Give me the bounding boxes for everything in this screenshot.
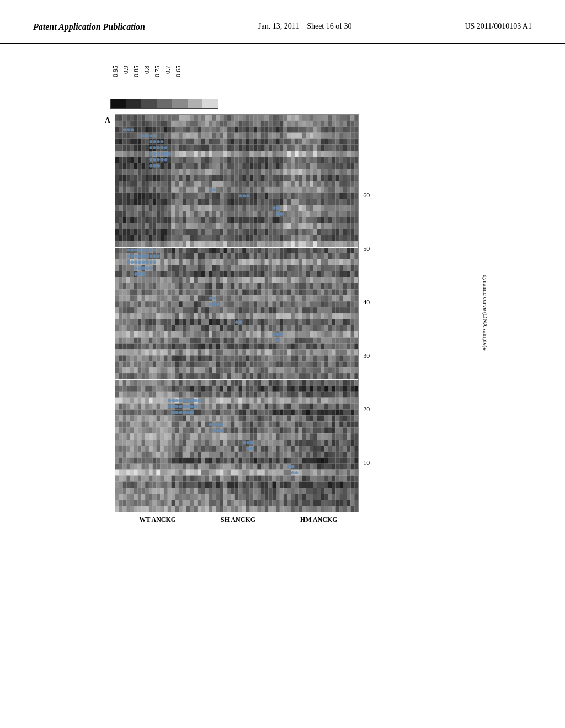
x-tick-20: 20 [363,405,370,414]
x-tick-50: 50 [363,245,370,253]
patent-number: US 2011/0010103 A1 [465,22,532,31]
x-tick-40: 40 [363,298,370,307]
legend-value-07: 0.7 [163,66,172,93]
header-date: Jan. 13, 2011 [258,22,299,30]
legend-value-08: 0.8 [142,66,151,93]
header-date-sheet: Jan. 13, 2011 Sheet 16 of 30 [258,22,351,31]
a-label: A [105,116,110,125]
legend-value-065: 0.65 [173,66,183,93]
group-label-sh: SH ANCKG [221,516,255,524]
x-tick-10: 10 [363,459,370,467]
x-axis-label: dynamic curve (DNA sample)# [482,202,489,423]
main-content: VALIDATION VKORC1 CLASSIFICATION: Correl… [0,44,565,540]
legend-value-095: 0.95 [110,66,120,93]
legend-value-085: 0.85 [131,66,141,93]
page-header: Patent Application Publication Jan. 13, … [0,0,565,44]
legend-value-09: 0.9 [121,66,130,93]
group-label-hm: HM ANCKG [300,516,338,524]
group-label-wt: WT ANCKG [139,516,176,524]
publication-title: Patent Application Publication [33,22,145,32]
heatmap-canvas [115,114,359,512]
x-tick-60: 60 [363,191,370,200]
legend-bar [110,99,218,109]
legend-value-075: 0.75 [152,66,162,93]
x-tick-30: 30 [363,352,370,360]
header-sheet: Sheet 16 of 30 [307,22,351,30]
